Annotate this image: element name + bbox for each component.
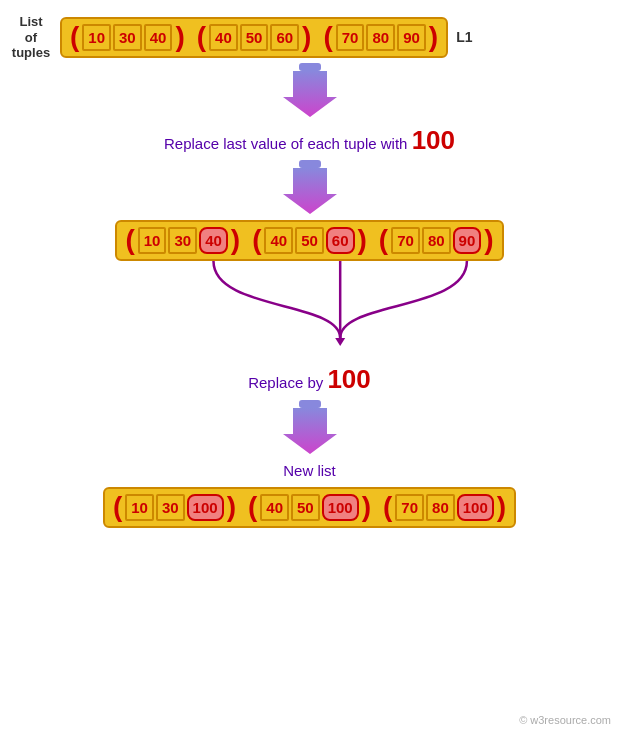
m-cell-1-1: 10 — [138, 227, 167, 254]
close-paren-2: ) — [300, 23, 313, 51]
new-list-label: New list — [283, 462, 336, 479]
curves-section — [0, 261, 619, 361]
m-cell-2-2: 50 — [295, 227, 324, 254]
m-cell-2-3: 60 — [326, 227, 355, 254]
m-cell-3-1: 70 — [391, 227, 420, 254]
r-cell-1-2: 30 — [156, 494, 185, 521]
open-paren-1: ( — [68, 23, 81, 51]
r-close-paren-1: ) — [225, 493, 238, 521]
result-section: ( 10 30 100 ) ( 40 50 100 ) ( 70 80 100 — [103, 487, 516, 528]
r-cell-2-1: 40 — [260, 494, 289, 521]
curves-svg — [0, 261, 619, 361]
m-cell-3-2: 80 — [422, 227, 451, 254]
arrow-3 — [283, 398, 337, 460]
tuple-1: ( 10 30 40 ) — [68, 23, 187, 52]
diagram: Listoftuples ( 10 30 40 ) ( 40 50 60 ) — [0, 0, 619, 730]
m-open-paren-3: ( — [377, 226, 390, 254]
m-open-paren-2: ( — [250, 226, 263, 254]
cell-1-2: 30 — [113, 24, 142, 51]
r-cell-1-3: 100 — [187, 494, 224, 521]
open-paren-3: ( — [321, 23, 334, 51]
svg-marker-6 — [283, 408, 337, 454]
r-close-paren-3: ) — [495, 493, 508, 521]
r-cell-2-3: 100 — [322, 494, 359, 521]
cell-3-2: 80 — [366, 24, 395, 51]
tuple-3: ( 70 80 90 ) — [321, 23, 440, 52]
middle-wrapper: ( 10 30 40 ) ( 40 50 60 ) ( 70 80 90 — [0, 220, 619, 261]
svg-marker-3 — [283, 168, 337, 214]
middle-tuple-2: ( 40 50 60 ) — [250, 226, 369, 255]
watermark: © w3resource.com — [519, 714, 611, 726]
middle-tuple-1: ( 10 30 40 ) — [123, 226, 242, 255]
cell-1-1: 10 — [82, 24, 111, 51]
svg-rect-5 — [299, 400, 321, 408]
r-cell-2-2: 50 — [291, 494, 320, 521]
svg-marker-4 — [335, 338, 345, 346]
close-paren-1: ) — [173, 23, 186, 51]
cell-2-3: 60 — [270, 24, 299, 51]
r-close-paren-2: ) — [360, 493, 373, 521]
m-close-paren-2: ) — [356, 226, 369, 254]
close-paren-3: ) — [427, 23, 440, 51]
l1-label: L1 — [456, 29, 472, 45]
m-cell-2-1: 40 — [264, 227, 293, 254]
open-paren-2: ( — [195, 23, 208, 51]
original-tuples-row: ( 10 30 40 ) ( 40 50 60 ) ( 70 80 90 — [60, 17, 448, 58]
r-cell-3-1: 70 — [395, 494, 424, 521]
replace-value-1: 100 — [412, 125, 455, 155]
r-open-paren-2: ( — [246, 493, 259, 521]
m-close-paren-1: ) — [229, 226, 242, 254]
svg-rect-0 — [299, 63, 321, 71]
step1-label: Replace last value of each tuple with 10… — [164, 125, 455, 156]
result-tuple-3: ( 70 80 100 ) — [381, 493, 508, 522]
cell-2-1: 40 — [209, 24, 238, 51]
cell-2-2: 50 — [240, 24, 269, 51]
result-tuple-2: ( 40 50 100 ) — [246, 493, 373, 522]
svg-rect-2 — [299, 160, 321, 168]
top-section: Listoftuples ( 10 30 40 ) ( 40 50 60 ) — [0, 14, 619, 61]
m-cell-3-3: 90 — [453, 227, 482, 254]
cell-3-1: 70 — [336, 24, 365, 51]
arrow-2 — [283, 158, 337, 220]
result-tuple-1: ( 10 30 100 ) — [111, 493, 238, 522]
r-open-paren-1: ( — [111, 493, 124, 521]
cell-1-3: 40 — [144, 24, 173, 51]
list-of-tuples-label: Listoftuples — [10, 14, 52, 61]
r-cell-3-2: 80 — [426, 494, 455, 521]
middle-tuples-row: ( 10 30 40 ) ( 40 50 60 ) ( 70 80 90 — [115, 220, 503, 261]
r-open-paren-3: ( — [381, 493, 394, 521]
cell-3-3: 90 — [397, 24, 426, 51]
arrow-1 — [283, 61, 337, 123]
replace-by-value: 100 — [327, 364, 370, 394]
m-close-paren-3: ) — [482, 226, 495, 254]
m-open-paren-1: ( — [123, 226, 136, 254]
r-cell-1-1: 10 — [125, 494, 154, 521]
tuple-2: ( 40 50 60 ) — [195, 23, 314, 52]
result-tuples-row: ( 10 30 100 ) ( 40 50 100 ) ( 70 80 100 — [103, 487, 516, 528]
replace-by-label: Replace by 100 — [248, 364, 371, 395]
middle-tuple-3: ( 70 80 90 ) — [377, 226, 496, 255]
m-cell-1-3: 40 — [199, 227, 228, 254]
m-cell-1-2: 30 — [168, 227, 197, 254]
r-cell-3-3: 100 — [457, 494, 494, 521]
svg-marker-1 — [283, 71, 337, 117]
